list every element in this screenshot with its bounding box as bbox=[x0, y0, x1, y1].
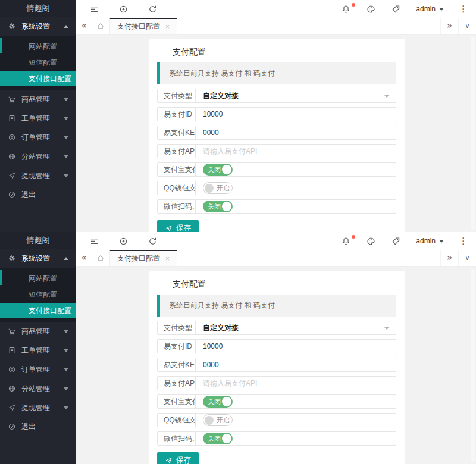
sidebar-item-system-settings[interactable]: 系统设置 bbox=[0, 17, 76, 36]
more-vertical-icon[interactable]: ⋮ bbox=[459, 237, 468, 246]
menu-fold-icon[interactable] bbox=[89, 236, 99, 246]
sidebar-item-sms-config[interactable]: 短信配置 bbox=[0, 55, 76, 71]
form-row-qq-wallet: QQ钱包支付 开启 bbox=[157, 181, 396, 195]
tag-icon[interactable] bbox=[391, 236, 401, 246]
field-label: 支付宝支付 bbox=[158, 163, 196, 176]
refresh-icon[interactable] bbox=[148, 4, 158, 14]
bell-icon[interactable] bbox=[341, 236, 351, 246]
switch-knob bbox=[222, 165, 231, 174]
save-button[interactable]: 保存 bbox=[157, 452, 199, 464]
sidebar-item-branch-sites[interactable]: 分站管理 bbox=[0, 379, 76, 398]
qq-wallet-switch[interactable]: 开启 bbox=[203, 182, 233, 194]
order-icon bbox=[8, 133, 16, 142]
palette-icon[interactable] bbox=[366, 236, 376, 246]
form-row-wechat-qr: 微信扫码... 关闭 bbox=[157, 199, 396, 214]
content-scrollbar[interactable] bbox=[471, 269, 475, 462]
input-value: 10000 bbox=[203, 110, 223, 118]
sidebar-item-label: 系统设置 bbox=[21, 253, 64, 264]
epay-id-input[interactable]: 10000 bbox=[196, 340, 396, 353]
save-button[interactable]: 保存 bbox=[157, 220, 199, 232]
admin-dropdown[interactable]: admin bbox=[416, 237, 444, 245]
scroll-tabs-left-icon[interactable]: « bbox=[76, 250, 92, 266]
sidebar-item-label: 分站管理 bbox=[21, 384, 64, 394]
form-row-qq-wallet: QQ钱包支付 开启 bbox=[157, 413, 396, 427]
sidebar: 情趣阁 系统设置 网站配置 短信配置 支付接口配置 商品管理 bbox=[0, 232, 76, 464]
tag-icon[interactable] bbox=[391, 4, 401, 14]
gear-icon bbox=[8, 22, 16, 30]
field-label: 支付类型 bbox=[158, 321, 196, 334]
sidebar-item-branch-sites[interactable]: 分站管理 bbox=[0, 147, 76, 166]
bell-icon[interactable] bbox=[341, 4, 351, 14]
epay-api-input[interactable]: 请输入易支付API bbox=[196, 377, 396, 390]
sidebar-item-system-settings[interactable]: 系统设置 bbox=[0, 249, 76, 268]
wechat-qr-switch[interactable]: 关闭 bbox=[203, 433, 233, 444]
close-icon[interactable]: × bbox=[165, 255, 170, 263]
alipay-switch[interactable]: 关闭 bbox=[203, 396, 233, 408]
palette-icon[interactable] bbox=[366, 4, 376, 14]
epay-key-input[interactable]: 0000 bbox=[196, 358, 396, 371]
input-placeholder: 请输入易支付API bbox=[203, 378, 257, 389]
scroll-tabs-left-icon[interactable]: « bbox=[76, 18, 92, 34]
caret-down-icon bbox=[439, 240, 444, 243]
sidebar-item-withdrawals[interactable]: 提现管理 bbox=[0, 166, 76, 185]
epay-id-input[interactable]: 10000 bbox=[196, 108, 396, 121]
alipay-switch[interactable]: 关闭 bbox=[203, 164, 233, 176]
scroll-tabs-right-icon[interactable]: » bbox=[440, 18, 458, 34]
input-value: 0000 bbox=[203, 361, 219, 369]
close-icon[interactable]: × bbox=[165, 23, 170, 31]
sidebar-item-logout[interactable]: 退出 bbox=[0, 417, 76, 436]
field-label: QQ钱包支付 bbox=[158, 414, 196, 427]
sidebar-item-work-orders[interactable]: 工单管理 bbox=[0, 341, 76, 360]
sidebar-item-payment-api-config[interactable]: 支付接口配置 bbox=[0, 71, 76, 86]
sidebar-scrollbar-thumb[interactable] bbox=[0, 270, 2, 285]
field-label: 微信扫码... bbox=[158, 432, 196, 445]
ticket-icon bbox=[8, 346, 16, 355]
sidebar-scrollbar-thumb[interactable] bbox=[0, 38, 2, 53]
sidebar-item-withdrawals[interactable]: 提现管理 bbox=[0, 398, 76, 417]
tab-payment-api-config[interactable]: 支付接口配置 × bbox=[109, 18, 177, 34]
switch-cell: 关闭 bbox=[196, 395, 396, 408]
menu-fold-icon[interactable] bbox=[89, 4, 99, 14]
tab-payment-api-config[interactable]: 支付接口配置 × bbox=[109, 250, 177, 266]
home-icon[interactable] bbox=[92, 18, 109, 34]
pay-type-select[interactable]: 自定义对接 bbox=[196, 89, 396, 102]
cart-icon bbox=[8, 327, 16, 336]
sidebar-item-goods[interactable]: 商品管理 bbox=[0, 90, 76, 109]
globe-icon[interactable] bbox=[118, 4, 129, 14]
select-value: 自定义对接 bbox=[203, 91, 239, 101]
tab-menu-chevron-down-icon[interactable]: ∨ bbox=[458, 250, 476, 266]
wechat-qr-switch[interactable]: 关闭 bbox=[203, 201, 233, 212]
field-label: 易支付KEY bbox=[158, 358, 196, 371]
form-row-alipay: 支付宝支付 关闭 bbox=[157, 162, 396, 177]
qq-wallet-switch[interactable]: 开启 bbox=[203, 414, 233, 426]
tab-menu-chevron-down-icon[interactable]: ∨ bbox=[458, 18, 476, 34]
sidebar-item-orders[interactable]: 订单管理 bbox=[0, 128, 76, 147]
brand-title: 情趣阁 bbox=[0, 232, 76, 249]
navbar-left-group bbox=[89, 4, 158, 14]
switch-cell: 关闭 bbox=[196, 163, 396, 176]
more-vertical-icon[interactable]: ⋮ bbox=[459, 5, 468, 14]
scroll-tabs-right-icon[interactable]: » bbox=[440, 250, 458, 266]
cart-icon bbox=[8, 95, 16, 104]
sidebar-item-website-config[interactable]: 网站配置 bbox=[0, 271, 76, 287]
tab-spacer bbox=[177, 250, 440, 266]
admin-dropdown[interactable]: admin bbox=[416, 5, 444, 13]
sidebar-item-logout[interactable]: 退出 bbox=[0, 185, 76, 204]
epay-api-input[interactable]: 请输入易支付API bbox=[196, 145, 396, 158]
pay-type-select[interactable]: 自定义对接 bbox=[196, 321, 396, 334]
epay-key-input[interactable]: 0000 bbox=[196, 126, 396, 139]
home-icon[interactable] bbox=[92, 250, 109, 266]
caret-down-icon bbox=[64, 368, 68, 371]
sidebar-item-payment-api-config[interactable]: 支付接口配置 bbox=[0, 303, 76, 318]
form-row-pay-type: 支付类型 自定义对接 bbox=[157, 321, 396, 335]
globe-icon[interactable] bbox=[118, 236, 129, 246]
sidebar-item-goods[interactable]: 商品管理 bbox=[0, 322, 76, 341]
field-label: 支付类型 bbox=[158, 89, 196, 102]
refresh-icon[interactable] bbox=[148, 236, 158, 246]
sidebar-item-sms-config[interactable]: 短信配置 bbox=[0, 287, 76, 303]
form-row-epay-key: 易支付KEY 0000 bbox=[157, 358, 396, 372]
sidebar-item-website-config[interactable]: 网站配置 bbox=[0, 39, 76, 55]
sidebar-item-orders[interactable]: 订单管理 bbox=[0, 360, 76, 379]
sidebar-item-work-orders[interactable]: 工单管理 bbox=[0, 109, 76, 128]
content-scrollbar[interactable] bbox=[471, 37, 475, 230]
